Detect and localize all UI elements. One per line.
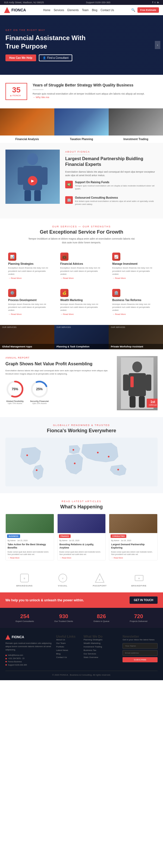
service-readmore-1[interactable]: → Read More: [60, 277, 103, 279]
svg-rect-17: [130, 376, 134, 387]
annual-tag: ANNUAL REPORT: [5, 356, 111, 360]
footer-service-3[interactable]: Business Tax: [84, 649, 119, 651]
find-consultant-button[interactable]: 👤 Find a Consultant: [39, 55, 72, 61]
footer-service-2[interactable]: Investment Trading: [84, 646, 119, 648]
logo: FIONCA: [4, 7, 26, 13]
service-readmore-4[interactable]: → Read More: [60, 313, 103, 315]
service-readmore-0[interactable]: → Read More: [8, 277, 51, 279]
feature-icon-0: 💵: [65, 181, 73, 188]
services-title: Get Exceptional Service For Growth: [5, 229, 158, 235]
stats-section: 254 Expert Consultants 930 Our Trusted C…: [0, 608, 163, 628]
partners-row: B BRANDSUNS V VISUAL P PASSPORT: [5, 572, 158, 587]
footer-link-4[interactable]: Blog: [56, 653, 80, 655]
circles-row: 75% Global Flexibility Upto 75% Assets 2…: [5, 380, 111, 404]
svg-rect-3: [42, 167, 48, 185]
footer-link-0[interactable]: About Us: [56, 639, 80, 641]
feature-text-1: Outsourced Consulting Business Est dolam…: [75, 196, 158, 209]
stat-label-2: Orders in Queue: [93, 620, 109, 622]
blog-readmore-1[interactable]: → Read More: [59, 557, 104, 559]
blog-img-0: [6, 514, 54, 533]
svg-point-0: [27, 153, 38, 165]
footer-service-5[interactable]: Stats Overview: [84, 656, 119, 658]
svg-rect-14: [146, 374, 151, 391]
footer-link-1[interactable]: Our Team: [56, 642, 80, 644]
fc-item-2: Fionca Business: [5, 660, 52, 663]
how-we-help-button[interactable]: How Can We Help: [5, 55, 36, 61]
service-item-desc-2: Excepteur eiusm financia nisi duly non m…: [112, 267, 155, 276]
blog-meta-1: By Admin · Jul 20, 2020: [59, 539, 104, 542]
footer-link-2[interactable]: Portfolio: [56, 646, 80, 648]
nav-services[interactable]: Services: [54, 9, 64, 12]
newsletter-email-input[interactable]: [123, 650, 158, 656]
fc-dot-0: [5, 655, 7, 656]
hero-next-arrow[interactable]: ›: [155, 41, 160, 49]
blog-title-0: Take Action for the Best Strategy Benefi…: [8, 543, 52, 549]
blog-readmore-2[interactable]: → Read More: [111, 557, 155, 559]
services-section: OUR SERVICES — OUR STRENGTHS Get Excepti…: [0, 218, 163, 325]
footer-links-title: Useful Links: [56, 635, 80, 639]
img-row-tag-2: OUR SERVICES: [111, 326, 125, 328]
world-map: [5, 438, 158, 487]
blog-tag: READ LATEST ARTICLES: [5, 500, 158, 503]
service-card-taxation[interactable]: Taxation Planning: [54, 108, 109, 143]
service-card-investment[interactable]: Investment Trading: [109, 108, 163, 143]
service-readmore-3[interactable]: → Read More: [8, 313, 51, 315]
svg-rect-2: [18, 167, 24, 185]
nav-blog[interactable]: Blog: [92, 9, 97, 12]
img-row-item-0[interactable]: OUR SERVICES Global Management Apps: [0, 325, 54, 349]
fc-dot-1: [5, 658, 7, 659]
footer-services-list: Planning Strategies Wealth Marketing Inv…: [84, 639, 119, 658]
nav-links: Home Services Elements Team Blog Contact…: [43, 9, 114, 12]
play-button[interactable]: ▶: [28, 176, 37, 185]
feature-item-0: 💵 Support On Raising Funds Tempor quis n…: [65, 181, 158, 193]
why-link[interactable]: → Why We Are: [33, 96, 144, 99]
img-row-item-1[interactable]: OUR SERVICES Planning & Task Completion: [54, 325, 109, 349]
footer-service-4[interactable]: Our Services: [84, 653, 119, 655]
partner-3: B BRANDFIRE: [132, 572, 147, 587]
blog-readmore-0[interactable]: → Read More: [8, 557, 52, 559]
readmore-arrow-4: →: [60, 313, 62, 315]
about2-section: ▶ ABOUT FIONCA Largest Demand Partnershi…: [0, 143, 163, 218]
estimate-button[interactable]: Free Estimate: [137, 7, 159, 13]
footer-link-3[interactable]: Latest News: [56, 649, 80, 651]
subscribe-button[interactable]: SUBSCRIBE: [123, 657, 158, 662]
service-icon-3: ⚙️: [8, 289, 16, 297]
linkedin-icon[interactable]: in: [157, 1, 159, 4]
blog-section: READ LATEST ARTICLES What's Happening BU…: [0, 493, 163, 567]
service-item-2: 📈 Manage Investment Excepteur eiusm fina…: [109, 250, 158, 282]
map-section: GLOBALLY RENOWNED & TRUSTED Fionca's Wor…: [0, 417, 163, 493]
blog-desc-0: Euise conse quat duis dolore sed molesti…: [8, 551, 52, 556]
footer-service-1[interactable]: Wealth Marketing: [84, 642, 119, 644]
newsletter-name-input[interactable]: [123, 643, 158, 649]
phone: Support 0100-330-365: [86, 1, 110, 4]
svg-text:B: B: [138, 577, 140, 580]
map-tag: GLOBALLY RENOWNED & TRUSTED: [5, 424, 158, 427]
map-title: Fionca's Working Everywhere: [5, 428, 158, 434]
nav-elements[interactable]: Elements: [67, 9, 79, 12]
cta-text: We help you to unlock & unleash the powe…: [5, 598, 84, 602]
service-readmore-5[interactable]: → Read More: [112, 313, 155, 315]
service-item-4: 💰 Wealth Marketing Acionpe eiusm financi…: [58, 286, 106, 318]
footer-link-5[interactable]: Contact Us: [56, 656, 80, 658]
footer-service-0[interactable]: Planning Strategies: [84, 639, 119, 641]
service-cards: Financial Analysis Taxation Planning Inv…: [0, 108, 163, 143]
search-icon[interactable]: 🔍: [131, 8, 135, 12]
service-icon-2: 📈: [112, 253, 120, 261]
annual-badge: 1st CIRCLE: [147, 399, 158, 408]
img-row-item-2[interactable]: OUR SERVICES Private Workshop Assistant: [109, 325, 163, 349]
badge-number: 1st: [149, 400, 157, 404]
stat-label-0: Expert Consultants: [16, 620, 34, 622]
cta-button[interactable]: GET IN TOUCH: [130, 596, 158, 604]
facebook-icon[interactable]: f: [153, 1, 153, 4]
service-readmore-2[interactable]: → Read More: [112, 277, 155, 279]
nav-contact[interactable]: Contact Us: [101, 9, 114, 12]
nav-home[interactable]: Home: [43, 9, 51, 12]
twitter-icon[interactable]: t: [155, 1, 155, 4]
about-heading: Years of Struggle Better Strategy With Q…: [33, 83, 144, 87]
service-card-financial[interactable]: Financial Analysis: [0, 108, 54, 143]
logo-text: FIONCA: [11, 8, 26, 12]
taxation-image: [54, 108, 109, 135]
nav-team[interactable]: Team: [82, 9, 88, 12]
svg-point-19: [26, 455, 28, 456]
blog-meta-2: By Admin · Jul 25, 2020: [111, 539, 155, 542]
